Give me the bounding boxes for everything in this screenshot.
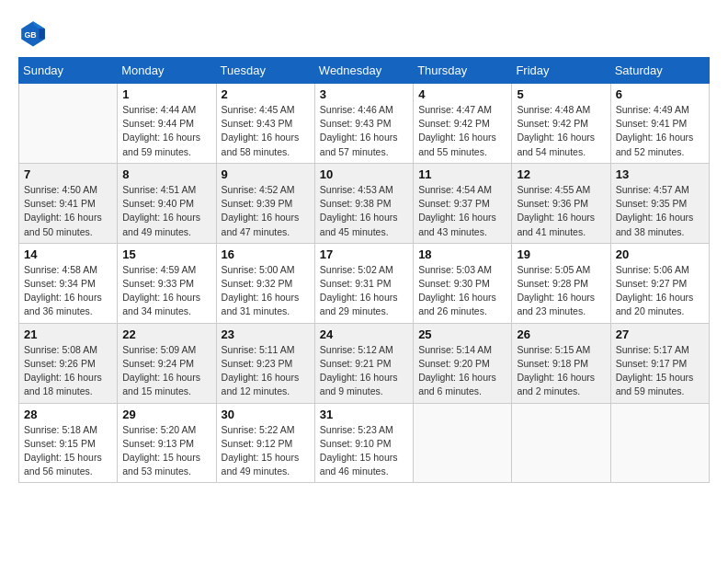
calendar-cell: 15Sunrise: 4:59 AM Sunset: 9:33 PM Dayli…: [118, 243, 216, 323]
day-info: Sunrise: 4:48 AM Sunset: 9:42 PM Dayligh…: [517, 103, 605, 159]
weekday-header-monday: Monday: [118, 58, 216, 84]
day-number: 19: [517, 247, 605, 261]
calendar-cell: 22Sunrise: 5:09 AM Sunset: 9:24 PM Dayli…: [118, 323, 216, 403]
day-number: 14: [24, 247, 112, 261]
calendar-cell: 11Sunrise: 4:54 AM Sunset: 9:37 PM Dayli…: [414, 163, 512, 243]
day-number: 21: [24, 327, 112, 341]
day-info: Sunrise: 5:00 AM Sunset: 9:32 PM Dayligh…: [222, 263, 310, 319]
day-info: Sunrise: 5:05 AM Sunset: 9:28 PM Dayligh…: [517, 263, 605, 319]
day-number: 26: [517, 327, 605, 341]
day-info: Sunrise: 5:11 AM Sunset: 9:23 PM Dayligh…: [222, 343, 310, 399]
day-number: 9: [222, 167, 310, 181]
calendar-cell: 17Sunrise: 5:02 AM Sunset: 9:31 PM Dayli…: [314, 243, 413, 323]
day-info: Sunrise: 4:52 AM Sunset: 9:39 PM Dayligh…: [222, 183, 310, 239]
day-info: Sunrise: 5:18 AM Sunset: 9:15 PM Dayligh…: [24, 423, 112, 479]
day-number: 3: [320, 87, 408, 101]
calendar-cell: 28Sunrise: 5:18 AM Sunset: 9:15 PM Dayli…: [19, 403, 118, 483]
calendar-cell: [414, 403, 512, 483]
calendar-cell: 27Sunrise: 5:17 AM Sunset: 9:17 PM Dayli…: [610, 323, 709, 403]
calendar-cell: 6Sunrise: 4:49 AM Sunset: 9:41 PM Daylig…: [610, 84, 709, 164]
svg-marker-2: [39, 29, 44, 39]
day-info: Sunrise: 4:46 AM Sunset: 9:43 PM Dayligh…: [320, 103, 408, 159]
day-info: Sunrise: 4:54 AM Sunset: 9:37 PM Dayligh…: [418, 183, 506, 239]
calendar-cell: 13Sunrise: 4:57 AM Sunset: 9:35 PM Dayli…: [610, 163, 709, 243]
day-info: Sunrise: 5:23 AM Sunset: 9:10 PM Dayligh…: [320, 423, 408, 479]
calendar-cell: 25Sunrise: 5:14 AM Sunset: 9:20 PM Dayli…: [414, 323, 512, 403]
calendar-cell: 7Sunrise: 4:50 AM Sunset: 9:41 PM Daylig…: [19, 163, 118, 243]
day-number: 11: [418, 167, 506, 181]
calendar-cell: 4Sunrise: 4:47 AM Sunset: 9:42 PM Daylig…: [414, 84, 512, 164]
calendar-table: SundayMondayTuesdayWednesdayThursdayFrid…: [18, 57, 710, 483]
day-number: 29: [122, 408, 210, 421]
calendar-cell: 19Sunrise: 5:05 AM Sunset: 9:28 PM Dayli…: [512, 243, 610, 323]
day-info: Sunrise: 4:59 AM Sunset: 9:33 PM Dayligh…: [122, 263, 210, 319]
calendar-cell: 23Sunrise: 5:11 AM Sunset: 9:23 PM Dayli…: [216, 323, 314, 403]
day-number: 24: [320, 327, 408, 341]
calendar-cell: 2Sunrise: 4:45 AM Sunset: 9:43 PM Daylig…: [216, 84, 314, 164]
day-info: Sunrise: 5:22 AM Sunset: 9:12 PM Dayligh…: [222, 423, 310, 479]
weekday-header-saturday: Saturday: [610, 58, 709, 84]
calendar-week-2: 7Sunrise: 4:50 AM Sunset: 9:41 PM Daylig…: [19, 163, 710, 243]
weekday-header-friday: Friday: [512, 58, 610, 84]
day-info: Sunrise: 5:17 AM Sunset: 9:17 PM Dayligh…: [616, 343, 704, 399]
day-number: 22: [122, 327, 210, 341]
calendar-cell: 29Sunrise: 5:20 AM Sunset: 9:13 PM Dayli…: [118, 403, 216, 483]
day-number: 27: [616, 327, 704, 341]
day-number: 30: [222, 408, 310, 421]
day-number: 10: [320, 167, 408, 181]
day-info: Sunrise: 5:02 AM Sunset: 9:31 PM Dayligh…: [320, 263, 408, 319]
day-number: 23: [222, 327, 310, 341]
page-header: GB: [18, 18, 710, 48]
day-number: 18: [418, 247, 506, 261]
day-info: Sunrise: 5:06 AM Sunset: 9:27 PM Dayligh…: [616, 263, 704, 319]
calendar-cell: 30Sunrise: 5:22 AM Sunset: 9:12 PM Dayli…: [216, 403, 314, 483]
day-info: Sunrise: 5:20 AM Sunset: 9:13 PM Dayligh…: [122, 423, 210, 479]
day-number: 17: [320, 247, 408, 261]
day-number: 6: [616, 87, 704, 101]
day-info: Sunrise: 4:55 AM Sunset: 9:36 PM Dayligh…: [517, 183, 605, 239]
day-number: 20: [616, 247, 704, 261]
weekday-header-sunday: Sunday: [19, 58, 118, 84]
day-info: Sunrise: 4:47 AM Sunset: 9:42 PM Dayligh…: [418, 103, 506, 159]
calendar-header-row: SundayMondayTuesdayWednesdayThursdayFrid…: [19, 58, 710, 84]
calendar-cell: 10Sunrise: 4:53 AM Sunset: 9:38 PM Dayli…: [314, 163, 413, 243]
calendar-cell: 24Sunrise: 5:12 AM Sunset: 9:21 PM Dayli…: [314, 323, 413, 403]
day-number: 5: [517, 87, 605, 101]
calendar-week-3: 14Sunrise: 4:58 AM Sunset: 9:34 PM Dayli…: [19, 243, 710, 323]
calendar-cell: 31Sunrise: 5:23 AM Sunset: 9:10 PM Dayli…: [314, 403, 413, 483]
logo: GB: [18, 18, 51, 48]
day-info: Sunrise: 4:45 AM Sunset: 9:43 PM Dayligh…: [222, 103, 310, 159]
calendar-cell: 8Sunrise: 4:51 AM Sunset: 9:40 PM Daylig…: [118, 163, 216, 243]
logo-icon: GB: [18, 18, 48, 48]
calendar-cell: [19, 84, 118, 164]
day-number: 28: [24, 408, 112, 421]
day-info: Sunrise: 4:50 AM Sunset: 9:41 PM Dayligh…: [24, 183, 112, 239]
day-number: 15: [122, 247, 210, 261]
day-number: 12: [517, 167, 605, 181]
day-number: 1: [122, 87, 210, 101]
day-number: 16: [222, 247, 310, 261]
weekday-header-thursday: Thursday: [414, 58, 512, 84]
calendar-cell: [610, 403, 709, 483]
calendar-cell: 21Sunrise: 5:08 AM Sunset: 9:26 PM Dayli…: [19, 323, 118, 403]
day-info: Sunrise: 4:49 AM Sunset: 9:41 PM Dayligh…: [616, 103, 704, 159]
calendar-week-1: 1Sunrise: 4:44 AM Sunset: 9:44 PM Daylig…: [19, 84, 710, 164]
calendar-cell: 12Sunrise: 4:55 AM Sunset: 9:36 PM Dayli…: [512, 163, 610, 243]
day-info: Sunrise: 4:44 AM Sunset: 9:44 PM Dayligh…: [122, 103, 210, 159]
day-info: Sunrise: 4:51 AM Sunset: 9:40 PM Dayligh…: [122, 183, 210, 239]
day-number: 4: [418, 87, 506, 101]
day-info: Sunrise: 5:09 AM Sunset: 9:24 PM Dayligh…: [122, 343, 210, 399]
calendar-cell: 14Sunrise: 4:58 AM Sunset: 9:34 PM Dayli…: [19, 243, 118, 323]
weekday-header-tuesday: Tuesday: [216, 58, 314, 84]
calendar-cell: 9Sunrise: 4:52 AM Sunset: 9:39 PM Daylig…: [216, 163, 314, 243]
calendar-cell: 26Sunrise: 5:15 AM Sunset: 9:18 PM Dayli…: [512, 323, 610, 403]
day-number: 2: [222, 87, 310, 101]
day-info: Sunrise: 4:57 AM Sunset: 9:35 PM Dayligh…: [616, 183, 704, 239]
calendar-cell: 16Sunrise: 5:00 AM Sunset: 9:32 PM Dayli…: [216, 243, 314, 323]
calendar-week-4: 21Sunrise: 5:08 AM Sunset: 9:26 PM Dayli…: [19, 323, 710, 403]
day-info: Sunrise: 5:08 AM Sunset: 9:26 PM Dayligh…: [24, 343, 112, 399]
calendar-cell: 1Sunrise: 4:44 AM Sunset: 9:44 PM Daylig…: [118, 84, 216, 164]
calendar-cell: 5Sunrise: 4:48 AM Sunset: 9:42 PM Daylig…: [512, 84, 610, 164]
day-info: Sunrise: 5:12 AM Sunset: 9:21 PM Dayligh…: [320, 343, 408, 399]
calendar-cell: [512, 403, 610, 483]
